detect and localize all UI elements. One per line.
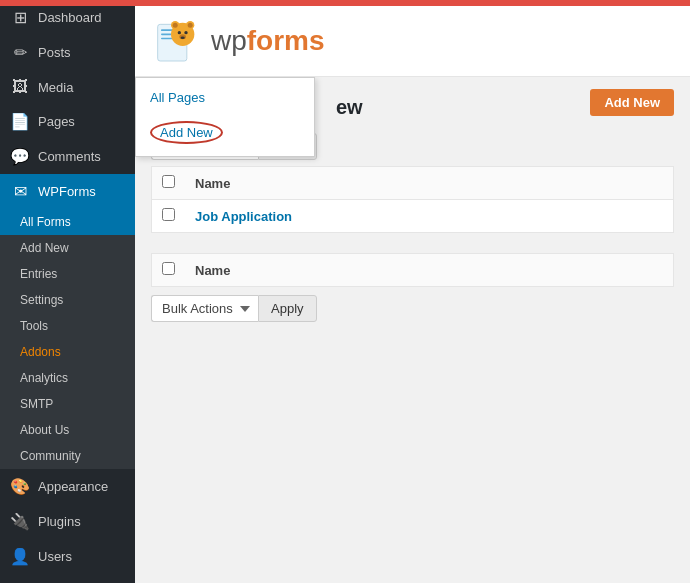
svg-point-9	[178, 31, 181, 34]
add-new-circle-highlight: Add New	[150, 121, 223, 144]
svg-point-8	[188, 23, 193, 28]
tools-label: Tools	[20, 319, 48, 333]
sidebar-item-label: Posts	[38, 45, 71, 60]
sidebar-item-label: Comments	[38, 149, 101, 164]
checkbox-col-header	[152, 167, 186, 200]
sidebar-item-all-forms[interactable]: All Forms	[0, 209, 135, 235]
svg-point-7	[173, 23, 178, 28]
forms-table-bottom: Name	[151, 253, 674, 287]
community-label: Community	[20, 449, 81, 463]
plugins-label: Plugins	[38, 514, 81, 529]
addons-label: Addons	[20, 345, 61, 359]
sidebar-item-entries[interactable]: Entries	[0, 261, 135, 287]
dashboard-icon: ⊞	[10, 8, 30, 27]
sidebar-item-analytics[interactable]: Analytics	[0, 365, 135, 391]
sidebar-item-smtp[interactable]: SMTP	[0, 391, 135, 417]
main-content: wpforms All Pages Add New ew Add New Bul…	[135, 0, 690, 583]
table-row: Job Application	[152, 200, 674, 233]
forms-text: forms	[247, 25, 325, 56]
users-label: Users	[38, 549, 72, 564]
svg-point-12	[181, 36, 185, 39]
checkbox-col-header-2	[152, 254, 186, 287]
forms-table-top: Name Job Application	[151, 166, 674, 233]
sidebar-item-posts[interactable]: ✏ Posts	[0, 35, 135, 70]
users-icon: 👤	[10, 547, 30, 566]
table-divider	[151, 241, 674, 253]
appearance-icon: 🎨	[10, 477, 30, 496]
add-new-button[interactable]: Add New	[590, 89, 674, 116]
all-forms-label: All Forms	[20, 215, 71, 229]
sidebar-item-wpforms[interactable]: ✉ WPForms	[0, 174, 135, 209]
page-title: ew	[336, 96, 363, 119]
wpforms-bear-logo	[151, 16, 201, 66]
wp-text: wp	[211, 25, 247, 56]
plugins-icon: 🔌	[10, 512, 30, 531]
sidebar: ⊞ Dashboard ✏ Posts 🖼 Media 📄 Pages 💬 Co…	[0, 0, 135, 583]
wpforms-header: wpforms	[135, 6, 690, 77]
sidebar-item-settings[interactable]: Settings	[0, 287, 135, 313]
name-col-header-2: Name	[185, 254, 674, 287]
posts-icon: ✏	[10, 43, 30, 62]
sidebar-item-label: WPForms	[38, 184, 96, 199]
wpforms-brand-text: wpforms	[211, 25, 325, 57]
analytics-label: Analytics	[20, 371, 68, 385]
sidebar-item-appearance[interactable]: 🎨 Appearance	[0, 469, 135, 504]
sidebar-item-pages[interactable]: 📄 Pages	[0, 104, 135, 139]
row-name-cell: Job Application	[185, 200, 674, 233]
sidebar-item-label: Media	[38, 80, 73, 95]
wpforms-submenu: All Forms Add New Entries Settings Tools…	[0, 209, 135, 469]
sidebar-item-media[interactable]: 🖼 Media	[0, 70, 135, 104]
about-us-label: About Us	[20, 423, 69, 437]
row-checkbox[interactable]	[162, 208, 175, 221]
name-col-header: Name	[185, 167, 674, 200]
dropdown-all-pages[interactable]: All Pages	[136, 82, 314, 113]
appearance-label: Appearance	[38, 479, 108, 494]
select-all-checkbox-bottom[interactable]	[162, 262, 175, 275]
sidebar-item-label: Pages	[38, 114, 75, 129]
wpforms-icon: ✉	[10, 182, 30, 201]
smtp-label: SMTP	[20, 397, 53, 411]
sidebar-item-comments[interactable]: 💬 Comments	[0, 139, 135, 174]
comments-icon: 💬	[10, 147, 30, 166]
sidebar-item-about-us[interactable]: About Us	[0, 417, 135, 443]
media-icon: 🖼	[10, 78, 30, 96]
select-all-checkbox-top[interactable]	[162, 175, 175, 188]
content-area: All Pages Add New ew Add New Bulk Action…	[135, 77, 690, 583]
sidebar-item-add-new[interactable]: Add New	[0, 235, 135, 261]
row-checkbox-cell	[152, 200, 186, 233]
entries-label: Entries	[20, 267, 57, 281]
sidebar-item-tools[interactable]: Tools	[0, 313, 135, 339]
sidebar-item-community[interactable]: Community	[0, 443, 135, 469]
sidebar-item-plugins[interactable]: 🔌 Plugins	[0, 504, 135, 539]
settings-label: Settings	[20, 293, 63, 307]
bottom-table-controls: Bulk Actions Apply	[151, 295, 674, 322]
sidebar-item-addons[interactable]: Addons	[0, 339, 135, 365]
bulk-actions-select-bottom[interactable]: Bulk Actions	[151, 295, 258, 322]
sidebar-item-tools-bottom[interactable]: 🔧 Tools	[0, 574, 135, 583]
svg-point-10	[184, 31, 187, 34]
top-bar	[0, 0, 690, 6]
sidebar-item-label: Dashboard	[38, 10, 102, 25]
form-link-job-application[interactable]: Job Application	[195, 209, 292, 224]
apply-button-bottom[interactable]: Apply	[258, 295, 317, 322]
pages-icon: 📄	[10, 112, 30, 131]
pages-dropdown: All Pages Add New	[135, 77, 315, 157]
add-new-label: Add New	[20, 241, 69, 255]
sidebar-item-users[interactable]: 👤 Users	[0, 539, 135, 574]
dropdown-add-new[interactable]: Add New	[136, 113, 314, 152]
